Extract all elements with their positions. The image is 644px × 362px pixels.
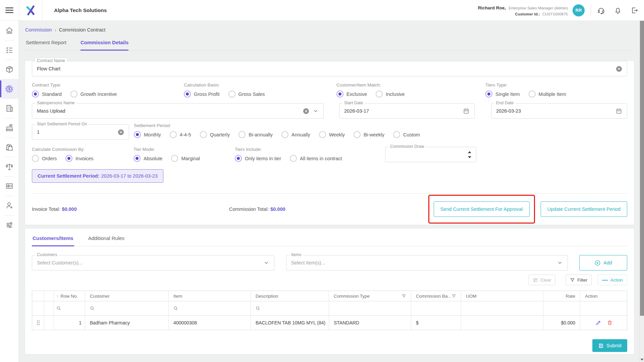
scrollbar-thumb[interactable] <box>640 21 644 316</box>
search-customer[interactable] <box>85 301 169 315</box>
start-date-value[interactable]: 2026-03-17 <box>344 108 460 114</box>
search-item[interactable] <box>169 301 251 315</box>
tab-settlement-report[interactable]: Settlement Report <box>26 37 66 50</box>
sidebar-item-home[interactable] <box>0 21 18 40</box>
sidebar-item-purchases[interactable] <box>0 137 18 157</box>
search-description[interactable] <box>251 301 329 315</box>
edit-pencil-icon[interactable] <box>595 320 601 326</box>
funnel-icon[interactable] <box>401 294 406 298</box>
start-date-field[interactable]: Start Date 2026-03-17 <box>339 103 475 119</box>
company-logo[interactable] <box>19 0 42 21</box>
start-settlement-period-field[interactable]: Start Settlement Period On 1 <box>32 124 129 140</box>
support-headset-icon[interactable] <box>597 6 605 14</box>
notifications-bell-icon[interactable] <box>614 6 622 14</box>
radio-invoices[interactable]: Invoices <box>65 155 93 162</box>
end-date-field[interactable]: End Date 2026-03-23 <box>491 103 627 119</box>
drag-handle[interactable] <box>32 316 44 330</box>
chevron-down-icon[interactable] <box>263 260 269 266</box>
clear-button[interactable]: Clear <box>529 275 555 285</box>
calculation-basis-group: Calculation Basis: Gross Profit Gross Sa… <box>184 82 336 98</box>
header-customer[interactable]: Customer <box>85 291 169 301</box>
salespersons-name-value[interactable]: Mass Upload <box>37 108 300 114</box>
calendar-icon[interactable] <box>463 108 470 114</box>
radio-only-items-in-tier[interactable]: Only items in tier <box>235 155 281 162</box>
chevron-down-icon[interactable] <box>557 260 563 266</box>
salespersons-name-field[interactable]: Salespersons Name Mass Upload <box>32 103 324 119</box>
cell-description: BACLOFEN TAB 10MG MYL (84) <box>251 316 329 330</box>
add-button[interactable]: Add <box>579 255 627 270</box>
items-select[interactable]: Items Select Item(s)... <box>286 255 568 270</box>
save-icon <box>598 343 604 349</box>
radio-gross-profit[interactable]: Gross Profit <box>184 90 220 98</box>
radio-annually[interactable]: Annually <box>281 131 310 138</box>
radio-orders[interactable]: Orders <box>32 155 57 162</box>
radio-single-item[interactable]: Single Item <box>485 90 520 98</box>
header-row-no[interactable]: ↑ Row No. <box>54 291 85 301</box>
number-stepper[interactable] <box>468 151 471 158</box>
radio-inclusive[interactable]: Inclusive <box>376 90 405 98</box>
tab-commission-details[interactable]: Commission Details <box>80 37 128 51</box>
sidebar-item-accounting[interactable]: D C <box>0 157 18 176</box>
radio-absolute[interactable]: Absolute <box>133 155 162 162</box>
hamburger-menu-icon[interactable] <box>0 6 19 14</box>
radio-bi-annually[interactable]: Bi-annually <box>238 131 273 138</box>
sidebar-item-add-user[interactable] <box>0 196 18 215</box>
contract-name-value[interactable]: Flow Chart <box>37 66 612 71</box>
search-row-no[interactable] <box>54 301 85 315</box>
end-date-value[interactable]: 2026-03-23 <box>496 108 612 114</box>
sidebar-item-products[interactable] <box>0 60 18 79</box>
header-item[interactable]: Item <box>169 291 251 301</box>
package-icon <box>5 65 14 74</box>
sidebar-item-reports[interactable] <box>0 176 18 196</box>
sidebar-item-commission[interactable]: $ <box>0 79 18 99</box>
avatar[interactable]: RR <box>573 4 585 16</box>
clear-icon[interactable] <box>303 108 309 114</box>
radio-4-4-5[interactable]: 4-4-5 <box>170 131 191 138</box>
header-rate[interactable]: Rate <box>543 291 580 301</box>
update-settlement-period-button[interactable]: Update Current Settlement Period <box>541 201 627 217</box>
radio-weekly[interactable]: Weekly <box>319 131 345 138</box>
radio-exclusive[interactable]: Exclusive <box>336 90 367 98</box>
radio-growth-incentive[interactable]: Growth Incentive <box>70 90 117 98</box>
sidebar-item-tasks[interactable] <box>0 40 18 60</box>
header-description[interactable]: Description <box>251 291 329 301</box>
tab-customers-items[interactable]: Customers/Items <box>32 232 74 246</box>
sort-asc-icon[interactable]: ↑ <box>56 294 59 299</box>
submit-button[interactable]: Submit <box>592 339 627 352</box>
commission-draw-field[interactable]: Commission Draw <box>385 147 476 162</box>
settlement-period-badge-label: Current Settlement Period: <box>38 173 100 179</box>
clear-icon[interactable] <box>118 129 124 135</box>
delete-trash-icon[interactable] <box>607 320 613 326</box>
sidebar-item-sales[interactable] <box>0 118 18 137</box>
radio-gross-sales[interactable]: Gross Sales <box>228 90 265 98</box>
sidebar-item-settings[interactable] <box>0 215 18 235</box>
radio-all-items-in-contract[interactable]: All items in contract <box>290 155 342 162</box>
breadcrumb-commission[interactable]: Commission <box>25 27 52 33</box>
send-settlement-approval-button[interactable]: Send Current Settlement For Approval <box>434 201 530 217</box>
radio-standard[interactable]: Standard <box>32 90 62 98</box>
radio-quarterly[interactable]: Quarterly <box>200 131 230 138</box>
radio-marginal[interactable]: Marginal <box>171 155 200 162</box>
filter-button[interactable]: Filter <box>566 275 592 285</box>
radio-bi-weekly[interactable]: Bi-weekly <box>354 131 384 138</box>
commission-total-label: Commission Total: <box>229 206 269 212</box>
chevron-down-icon[interactable] <box>313 108 319 114</box>
logout-icon[interactable] <box>631 6 639 14</box>
radio-custom[interactable]: Custom <box>393 131 420 138</box>
clear-icon[interactable] <box>616 66 622 72</box>
customers-select[interactable]: Customers Select Customer(s)... <box>32 255 274 270</box>
tab-additional-rules[interactable]: Additional Rules <box>88 232 125 246</box>
start-settlement-period-value[interactable]: 1 <box>37 129 114 135</box>
radio-monthly[interactable]: Monthly <box>134 131 161 138</box>
contract-name-field[interactable]: Contract Name Flow Chart <box>32 61 627 76</box>
sidebar-item-company[interactable] <box>0 99 18 118</box>
settlement-period-group: Settlement Period: Monthly 4-4-5 Quarter… <box>134 123 429 140</box>
header-uom[interactable]: UOM <box>461 291 543 301</box>
header-commission-basis[interactable]: Commission Ba... <box>411 291 461 301</box>
calendar-icon[interactable] <box>615 108 622 114</box>
header-commission-type[interactable]: Commission Type <box>329 291 411 301</box>
action-button[interactable]: ••• Action <box>598 275 627 285</box>
funnel-icon[interactable] <box>451 294 456 298</box>
scrollbar-down-arrow-icon[interactable] <box>641 359 643 361</box>
radio-multiple-item[interactable]: Multiple Item <box>529 90 566 98</box>
